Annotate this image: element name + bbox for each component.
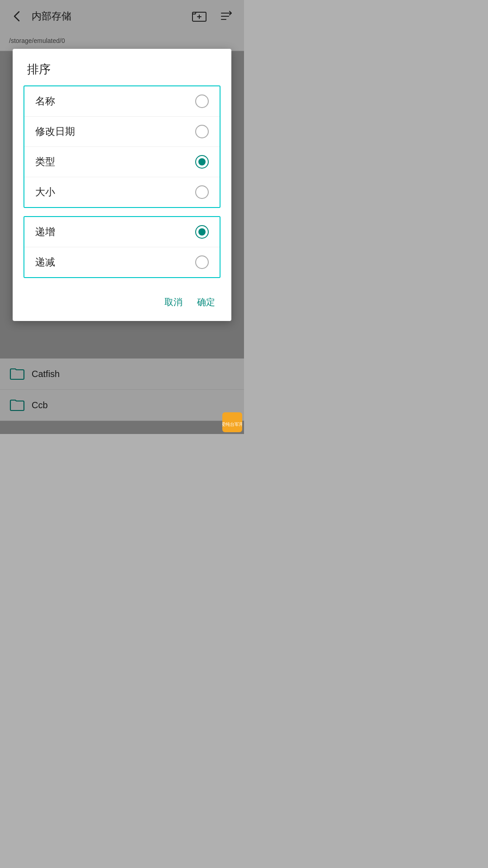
sort-option-name-radio[interactable]	[195, 94, 209, 108]
sort-option-type-label: 类型	[35, 155, 55, 169]
sort-by-group: 名称 修改日期 类型 大小	[23, 85, 221, 208]
order-option-asc-label: 递增	[35, 225, 55, 239]
sort-option-size-label: 大小	[35, 185, 55, 199]
order-option-desc[interactable]: 递减	[24, 247, 220, 277]
cancel-button[interactable]: 取消	[163, 292, 184, 312]
order-option-desc-label: 递减	[35, 255, 55, 269]
sort-dialog: 排序 名称 修改日期 类型 大小 递增 递减 取消 确	[13, 49, 231, 321]
sort-option-date-radio[interactable]	[195, 125, 209, 138]
confirm-button[interactable]: 确定	[195, 292, 217, 312]
sort-order-group: 递增 递减	[23, 216, 221, 278]
sort-option-date-label: 修改日期	[35, 125, 75, 138]
order-option-asc[interactable]: 递增	[24, 217, 220, 247]
order-option-asc-radio[interactable]	[195, 225, 209, 239]
sort-option-date[interactable]: 修改日期	[24, 117, 220, 147]
svg-text:爱纯台军用: 爱纯台军用	[222, 422, 242, 427]
order-option-desc-radio[interactable]	[195, 255, 209, 269]
dialog-title: 排序	[13, 49, 231, 85]
sort-option-size-radio[interactable]	[195, 185, 209, 199]
dialog-buttons: 取消 确定	[13, 286, 231, 316]
sort-option-name-label: 名称	[35, 94, 55, 108]
sort-option-type-radio[interactable]	[195, 155, 209, 169]
sort-option-name[interactable]: 名称	[24, 86, 220, 117]
sort-option-type[interactable]: 类型	[24, 147, 220, 177]
watermark: 爱纯台军用	[222, 412, 242, 432]
sort-option-size[interactable]: 大小	[24, 177, 220, 207]
